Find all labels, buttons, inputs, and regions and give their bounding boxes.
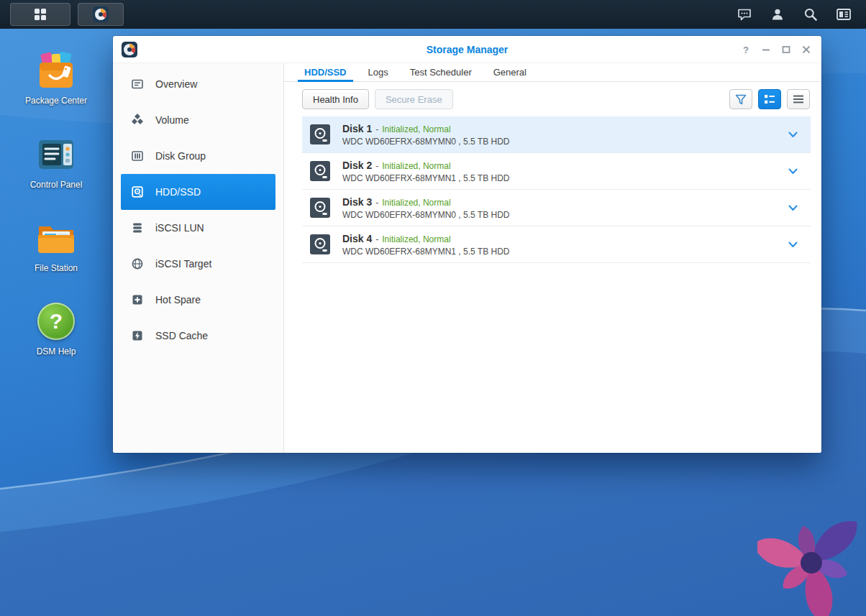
help-icon: ? <box>743 45 749 55</box>
user-icon <box>770 7 785 22</box>
close-button[interactable] <box>798 42 814 58</box>
desktop-icon-dsm-help[interactable]: ? DSM Help <box>17 301 96 357</box>
brand-spiral-logo <box>757 507 865 616</box>
tab-label: Logs <box>368 67 388 78</box>
button-label: Secure Erase <box>386 94 442 105</box>
overview-icon <box>130 78 145 91</box>
package-center-icon <box>36 50 76 91</box>
list-view-button[interactable] <box>787 89 810 109</box>
tab-logs[interactable]: Logs <box>357 63 399 81</box>
search-button[interactable] <box>803 6 819 22</box>
chevron-down-icon[interactable] <box>788 205 798 211</box>
iscsi-target-icon <box>130 257 145 270</box>
desktop-icon-label: File Station <box>35 263 78 274</box>
sidebar-item-label: Hot Spare <box>155 294 201 305</box>
desktop-icon-package-center[interactable]: Package Center <box>17 50 96 106</box>
tab-hdd-ssd[interactable]: HDD/SSD <box>293 63 357 81</box>
storage-manager-window: Storage Manager ? <box>113 36 821 453</box>
help-button[interactable]: ? <box>738 42 754 58</box>
taskbar-right-icons <box>737 6 856 22</box>
ssd-cache-icon <box>130 329 145 342</box>
detail-view-button[interactable] <box>758 89 781 109</box>
chevron-down-icon[interactable] <box>788 242 798 248</box>
disk-model: WDC WD60EFRX-68MYMN0 , 5.5 TB HDD <box>342 137 509 147</box>
volume-icon <box>130 114 145 127</box>
sidebar-item-label: iSCSI Target <box>155 258 211 270</box>
disk-model: WDC WD60EFRX-68MYMN1 , 5.5 TB HDD <box>342 173 509 183</box>
separator: - <box>375 198 378 208</box>
chat-bubble-icon <box>737 7 752 22</box>
minimize-button[interactable] <box>758 42 774 58</box>
sidebar-item-volume[interactable]: Volume <box>121 102 275 138</box>
control-panel-icon <box>36 134 76 175</box>
separator: - <box>375 124 378 134</box>
disk-info: Disk 3-Initialized, Normal WDC WD60EFRX-… <box>342 196 509 220</box>
sidebar: Overview Volume <box>113 63 284 453</box>
filter-icon <box>735 94 747 105</box>
disk-row-4[interactable]: Disk 4-Initialized, Normal WDC WD60EFRX-… <box>302 226 811 263</box>
window-controls: ? <box>738 36 814 63</box>
disk-drive-icon <box>309 124 331 145</box>
toolbar: Health Info Secure Erase <box>284 82 821 116</box>
file-station-icon <box>36 218 76 258</box>
user-options-button[interactable] <box>770 6 785 22</box>
sidebar-item-hdd-ssd[interactable]: HDD/SSD <box>121 174 275 210</box>
storage-manager-taskbar-button[interactable] <box>78 3 124 26</box>
main-menu-button[interactable] <box>10 3 70 26</box>
chevron-down-icon[interactable] <box>788 168 798 175</box>
tab-test-scheduler[interactable]: Test Scheduler <box>399 63 483 81</box>
disk-row-2[interactable]: Disk 2-Initialized, Normal WDC WD60EFRX-… <box>302 153 811 190</box>
desktop-icon-control-panel[interactable]: Control Panel <box>17 134 96 190</box>
detail-view-icon <box>763 93 776 106</box>
sidebar-item-hot-spare[interactable]: Hot Spare <box>121 282 275 318</box>
sidebar-item-iscsi-lun[interactable]: iSCSI LUN <box>121 210 275 246</box>
window-titlebar[interactable]: Storage Manager ? <box>113 36 821 63</box>
chevron-down-icon[interactable] <box>788 132 798 138</box>
desktop-icon-label: Package Center <box>25 96 87 106</box>
hdd-ssd-icon <box>130 185 145 198</box>
question-mark-glyph: ? <box>50 309 63 334</box>
separator: - <box>375 234 378 244</box>
sidebar-item-overview[interactable]: Overview <box>121 66 275 102</box>
iscsi-lun-icon <box>130 221 145 234</box>
disk-name: Disk 2 <box>342 160 372 171</box>
disk-status: Initialized, Normal <box>382 161 450 171</box>
tab-general[interactable]: General <box>483 63 537 81</box>
disk-drive-icon <box>309 197 331 219</box>
storage-manager-app-icon <box>92 6 109 23</box>
sidebar-item-disk-group[interactable]: Disk Group <box>121 138 275 174</box>
disk-group-icon <box>130 150 145 162</box>
disk-name: Disk 3 <box>342 196 372 208</box>
disk-status: Initialized, Normal <box>382 198 450 208</box>
disk-drive-icon <box>309 234 331 255</box>
disk-status: Initialized, Normal <box>382 234 450 244</box>
window-title: Storage Manager <box>113 44 821 55</box>
main-menu-grid-icon <box>34 8 47 21</box>
pilot-view-button[interactable] <box>836 6 852 22</box>
taskbar <box>0 0 866 29</box>
tab-label: Test Scheduler <box>410 67 472 78</box>
pilot-view-icon <box>836 7 852 22</box>
disk-model: WDC WD60EFRX-68MYMN1 , 5.5 TB HDD <box>342 247 509 257</box>
filter-button[interactable] <box>729 89 752 109</box>
disk-info: Disk 2-Initialized, Normal WDC WD60EFRX-… <box>342 160 509 183</box>
sidebar-item-label: iSCSI LUN <box>155 222 204 234</box>
notifications-button[interactable] <box>737 6 752 22</box>
desktop-icon-file-station[interactable]: File Station <box>17 218 96 274</box>
disk-model: WDC WD60EFRX-68MYMN0 , 5.5 TB HDD <box>342 210 509 220</box>
sidebar-item-ssd-cache[interactable]: SSD Cache <box>121 318 275 354</box>
health-info-button[interactable]: Health Info <box>302 89 369 109</box>
tab-label: HDD/SSD <box>304 67 347 78</box>
hot-spare-icon <box>130 293 145 306</box>
disk-row-1[interactable]: Disk 1-Initialized, Normal WDC WD60EFRX-… <box>302 116 811 153</box>
disk-row-3[interactable]: Disk 3-Initialized, Normal WDC WD60EFRX-… <box>302 190 811 226</box>
disk-list: Disk 1-Initialized, Normal WDC WD60EFRX-… <box>284 116 821 453</box>
close-icon <box>802 45 811 54</box>
secure-erase-button[interactable]: Secure Erase <box>375 89 453 109</box>
maximize-button[interactable] <box>778 42 794 58</box>
maximize-icon <box>782 45 790 54</box>
sidebar-item-iscsi-target[interactable]: iSCSI Target <box>121 246 275 282</box>
separator: - <box>375 161 378 171</box>
screen: Package Center Control Panel <box>0 0 866 616</box>
disk-info: Disk 1-Initialized, Normal WDC WD60EFRX-… <box>342 123 509 147</box>
